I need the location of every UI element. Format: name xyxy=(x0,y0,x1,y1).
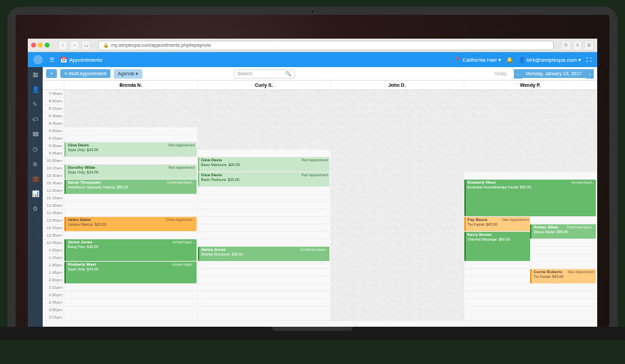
appointments-tab[interactable]: 📅 Appointments xyxy=(60,57,102,63)
appointment-status: Confirmed Appoi... xyxy=(167,180,195,185)
user-menu[interactable]: 👤 kirk@simplespa.com ▾ xyxy=(519,57,581,63)
menu-icon[interactable]: ☰ xyxy=(46,54,57,65)
time-label: 3:00pm xyxy=(43,306,64,314)
appointment-block[interactable]: Gina DavisBasic Pedicure: $20.00Past App… xyxy=(198,172,330,186)
appointment-service: Essential Aromatherapy Facial: $50.00 xyxy=(468,185,594,190)
staff-column-header[interactable]: Curly S. xyxy=(198,81,331,89)
browser-window: ‹ › ▭ 🔒 my.simplespa.com/appointments.ph… xyxy=(28,39,597,327)
appointment-block[interactable]: Gina DavisBasic Manicure: $20.00Past App… xyxy=(198,157,330,171)
time-label: 11:15am xyxy=(43,195,64,202)
briefcase-icon[interactable]: 💼 xyxy=(31,174,40,184)
staff-column-header[interactable]: Wendy P. xyxy=(464,81,598,89)
appointment-block[interactable]: Helen BakerJuniors Haircut: $20.00Online… xyxy=(64,217,197,231)
time-label: 11:00am xyxy=(43,187,64,195)
appointment-block[interactable]: Dorothy WildeStyle Only: $24.00Past Appo… xyxy=(64,165,197,179)
staff-column[interactable] xyxy=(331,90,464,321)
time-label: 2:45pm xyxy=(43,299,64,306)
window-maximize[interactable] xyxy=(45,43,49,47)
date-display[interactable]: Monday, January 23, 2017 xyxy=(522,69,586,78)
forward-button[interactable]: › xyxy=(70,41,79,50)
back-button[interactable]: ‹ xyxy=(58,41,68,50)
appointment-block[interactable]: Kimberly WestStyle Only: $24.00Arrived A… xyxy=(64,262,197,283)
time-label: 8:30am xyxy=(43,113,64,120)
pencil-icon[interactable]: ✎ xyxy=(31,100,40,109)
appointment-block[interactable]: Jenna JonesShellac Manicure: $25.00Confi… xyxy=(198,247,330,261)
appointment-service: Style Only: $24.00 xyxy=(68,148,195,153)
time-label: 1:30pm xyxy=(43,262,64,269)
share-button[interactable]: ⇪ xyxy=(573,41,582,50)
time-label: 3:15pm xyxy=(43,314,64,321)
app-logo[interactable] xyxy=(33,55,43,64)
user-email: kirk@simplespa.com xyxy=(527,57,577,63)
time-label: 2:30pm xyxy=(43,291,64,299)
prev-day-button[interactable]: ‹ xyxy=(514,69,522,79)
appointment-status: Past Appointment xyxy=(302,158,328,163)
appointment-block[interactable]: Kerry BrownOriental Massage: $90.00 xyxy=(464,232,531,261)
appointment-block[interactable]: Fay BazosTru Facial: $45.00New Appointme… xyxy=(464,217,531,231)
window-close[interactable] xyxy=(31,43,36,47)
appointment-client: Kerry Brown xyxy=(468,232,529,237)
app-topbar: ☰ 📅 Appointments 📍 California Hair ▾ 🔔 xyxy=(28,52,597,67)
appointment-block[interactable]: Kimberly WestEssential Aromatherapy Faci… xyxy=(464,180,597,216)
search-icon: 🔍 xyxy=(285,71,291,77)
appointment-status: Past Appointment xyxy=(168,143,195,148)
bell-icon[interactable]: 🔔 xyxy=(506,57,513,63)
appointment-block[interactable]: Corrie RobertsTru Facial: $45.00New Appo… xyxy=(530,269,596,283)
agenda-button[interactable]: Agenda ▾ xyxy=(114,69,142,79)
url-text: my.simplespa.com/appointments.php#epayno… xyxy=(111,43,211,47)
phone-icon[interactable]: ☎ xyxy=(31,129,40,139)
chart-icon[interactable]: 📊 xyxy=(31,189,40,199)
calendar-icon: 📅 xyxy=(60,57,67,63)
fullscreen-icon[interactable]: ⛶ xyxy=(586,57,592,63)
staff-column[interactable]: Kimberly WestEssential Aromatherapy Faci… xyxy=(464,90,598,321)
globe-icon[interactable]: ⊕ xyxy=(31,159,40,169)
person-icon[interactable]: 👤 xyxy=(31,85,40,94)
tag-icon[interactable]: 🏷 xyxy=(31,115,40,124)
time-label: 11:30am xyxy=(43,202,64,209)
staff-column-header[interactable]: John D. xyxy=(331,81,464,89)
reload-button[interactable]: ⟳ xyxy=(561,41,571,50)
appointment-service: AreoRasor Specialty Haircut: $50.00 xyxy=(68,185,195,190)
staff-column[interactable]: Gina DavisStyle Only: $24.00Past Appoint… xyxy=(64,90,198,321)
appointment-block[interactable]: Jenna JonesBang Trim: $30.00Arrived Appo… xyxy=(64,239,197,261)
next-day-button[interactable]: › xyxy=(586,69,594,79)
time-label: 12:45pm xyxy=(43,239,64,247)
time-label: 2:15pm xyxy=(43,284,64,291)
appointment-block[interactable]: Sarah ThompsenAreoRasor Specialty Haircu… xyxy=(64,180,197,194)
time-label: 9:00am xyxy=(43,127,64,135)
gear-icon[interactable]: ⚙ xyxy=(31,204,40,214)
search-input[interactable]: Search 🔍 xyxy=(234,69,295,79)
appointment-status: Confirmed Appoi... xyxy=(567,225,594,230)
chevron-down-icon: ▾ xyxy=(498,57,501,63)
time-label: 12:30pm xyxy=(43,232,64,239)
clock-icon[interactable]: ◷ xyxy=(31,144,40,154)
today-button[interactable]: Today xyxy=(491,69,510,78)
time-label: 12:00pm xyxy=(43,217,64,224)
window-minimize[interactable] xyxy=(38,43,43,47)
time-label: 11:45am xyxy=(43,209,64,217)
appointment-block[interactable]: Gina DavisStyle Only: $24.00Past Appoint… xyxy=(64,142,197,157)
appointment-status: Past Appointment xyxy=(302,173,328,178)
url-bar[interactable]: 🔒 my.simplespa.com/appointments.php#epay… xyxy=(98,41,554,50)
appointment-service: Juniors Haircut: $20.00 xyxy=(68,222,195,227)
staff-column[interactable]: Gina DavisBasic Manicure: $20.00Past App… xyxy=(198,90,331,321)
calendar-grid: Brenda N.Curly S.John D.Wendy P. 7:45am8… xyxy=(43,81,597,327)
multi-appointment-button[interactable]: ≡ Multi Appointment xyxy=(60,69,110,78)
time-label: 10:30am xyxy=(43,172,64,180)
time-label: 12:15pm xyxy=(43,224,64,232)
location-selector[interactable]: 📍 California Hair ▾ xyxy=(454,57,501,63)
appointment-block[interactable]: Amber SilverStress Relief: $55.00Confirm… xyxy=(530,224,596,239)
appointment-service: Basic Pedicure: $20.00 xyxy=(201,178,328,182)
time-label: 2:00pm xyxy=(43,277,64,284)
dashboard-icon[interactable]: ▦ xyxy=(31,70,40,79)
appointment-service: Tru Facial: $45.00 xyxy=(468,222,529,227)
time-label: 8:15am xyxy=(43,105,64,113)
staff-column-header[interactable]: Brenda N. xyxy=(64,81,198,89)
add-button[interactable]: + xyxy=(46,69,57,78)
time-label: 1:45pm xyxy=(43,269,64,277)
sidebar-toggle[interactable]: ▭ xyxy=(81,41,91,50)
appointment-service: Shellac Manicure: $25.00 xyxy=(201,252,328,257)
app-sidebar: ▦ 👤 ✎ 🏷 ☎ ◷ ⊕ 💼 📊 ⚙ xyxy=(28,67,43,327)
location-name: California Hair xyxy=(462,57,497,63)
tabs-button[interactable]: ⊞ xyxy=(584,41,594,50)
